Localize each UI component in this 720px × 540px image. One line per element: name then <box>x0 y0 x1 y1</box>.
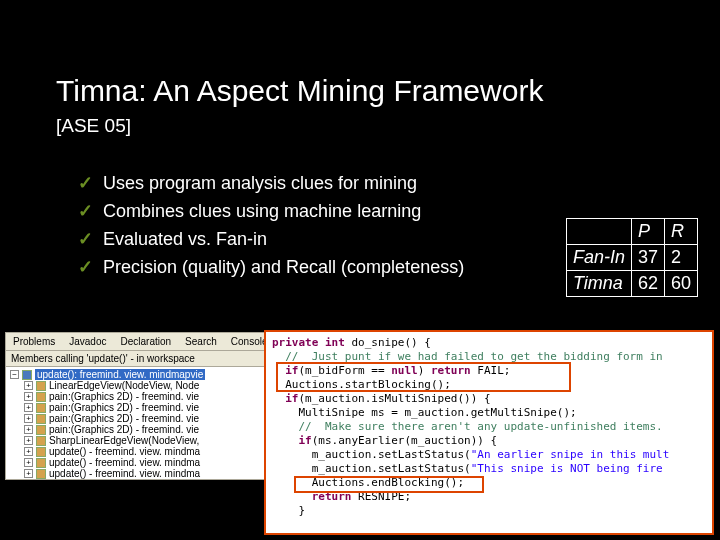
method-icon <box>36 469 46 479</box>
tab-javadoc[interactable]: Javadoc <box>62 333 113 350</box>
check-icon: ✓ <box>78 172 93 194</box>
bullet-text: Uses program analysis clues for mining <box>103 173 417 194</box>
method-icon <box>36 447 46 457</box>
tree-label: pain:(Graphics 2D) - freemind. vie <box>49 424 199 435</box>
tree-label: pain:(Graphics 2D) - freemind. vie <box>49 402 199 413</box>
results-table: PR Fan-In372 Timna6260 <box>566 218 698 297</box>
highlight-box <box>294 476 484 493</box>
bullet-text: Evaluated vs. Fan-in <box>103 229 267 250</box>
code-snippet: private int do_snipe() { // Just punt if… <box>264 330 714 535</box>
slide-subtitle: [ASE 05] <box>0 108 720 137</box>
row-fanin: Fan-In <box>566 245 631 271</box>
cell: 2 <box>664 245 697 271</box>
collapse-icon[interactable]: − <box>10 370 19 379</box>
method-icon <box>22 370 32 380</box>
expand-icon[interactable]: + <box>24 447 33 456</box>
method-icon <box>36 458 46 468</box>
expand-icon[interactable]: + <box>24 458 33 467</box>
method-icon <box>36 414 46 424</box>
method-icon <box>36 425 46 435</box>
method-icon <box>36 392 46 402</box>
bullet-text: Precision (quality) and Recall (complete… <box>103 257 464 278</box>
expand-icon[interactable]: + <box>24 436 33 445</box>
cell: 60 <box>664 271 697 297</box>
method-icon <box>36 436 46 446</box>
tab-declaration[interactable]: Declaration <box>114 333 179 350</box>
bullet-text: Combines clues using machine learning <box>103 201 421 222</box>
expand-icon[interactable]: + <box>24 469 33 478</box>
tree-label: update(): freemind. view. mindmapvie <box>35 369 205 380</box>
tree-label: LinearEdgeView(NodeView, Node <box>49 380 199 391</box>
slide-title: Timna: An Aspect Mining Framework <box>0 0 720 108</box>
cell: 62 <box>631 271 664 297</box>
highlight-box <box>276 362 571 392</box>
check-icon: ✓ <box>78 200 93 222</box>
col-p: P <box>631 219 664 245</box>
expand-icon[interactable]: + <box>24 392 33 401</box>
expand-icon[interactable]: + <box>24 425 33 434</box>
tree-label: pain:(Graphics 2D) - freemind. vie <box>49 391 199 402</box>
tree-label: pain:(Graphics 2D) - freemind. vie <box>49 413 199 424</box>
bullet-item: ✓Uses program analysis clues for mining <box>78 169 720 197</box>
method-icon <box>36 381 46 391</box>
row-timna: Timna <box>566 271 631 297</box>
expand-icon[interactable]: + <box>24 414 33 423</box>
cell: 37 <box>631 245 664 271</box>
tab-search[interactable]: Search <box>178 333 224 350</box>
expand-icon[interactable]: + <box>24 381 33 390</box>
method-icon <box>36 403 46 413</box>
tree-label: update() - freemind. view. mindma <box>49 446 200 457</box>
tab-problems[interactable]: Problems <box>6 333 62 350</box>
check-icon: ✓ <box>78 256 93 278</box>
tree-label: SharpLinearEdgeView(NodeView, <box>49 435 199 446</box>
tree-label: update() - freemind. view. mindma <box>49 468 200 479</box>
expand-icon[interactable]: + <box>24 403 33 412</box>
col-r: R <box>664 219 697 245</box>
check-icon: ✓ <box>78 228 93 250</box>
tree-label: update() - freemind. view. mindma <box>49 457 200 468</box>
